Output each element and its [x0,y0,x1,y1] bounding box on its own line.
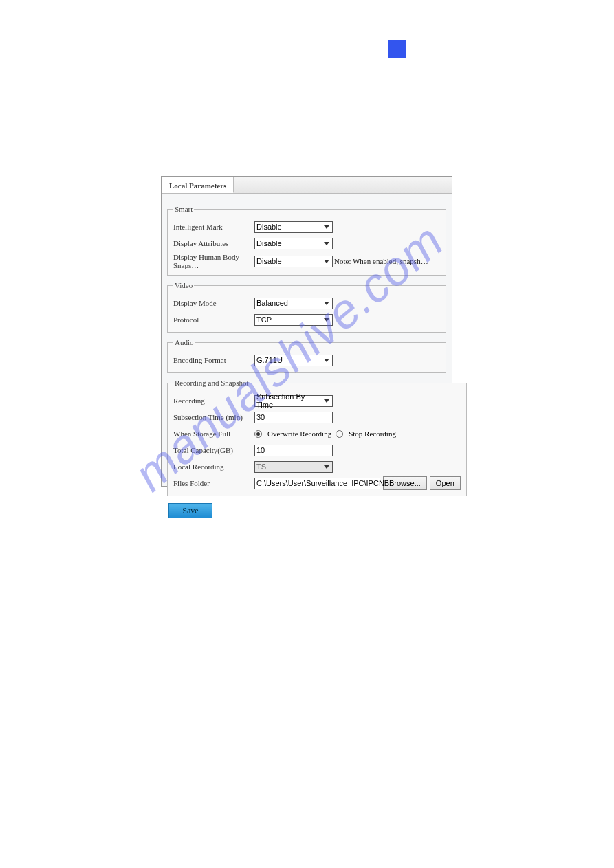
recording-label: Recording [173,397,254,405]
recording-legend: Recording and Snapshot [173,379,250,387]
display-human-note: Note: When enabled, snapsh… [334,257,428,265]
display-attributes-label: Display Attributes [173,239,254,247]
display-attributes-select[interactable]: Disable [254,238,333,249]
files-folder-label: Files Folder [173,479,254,487]
display-human-value: Disable [256,257,282,265]
panel-body: Smart Intelligent Mark Disable Display A… [162,194,452,525]
local-parameters-panel: Local Parameters Smart Intelligent Mark … [161,176,452,487]
total-capacity-input[interactable]: 10 [254,445,333,456]
storage-full-label: When Storage Full [173,430,254,438]
display-attributes-value: Disable [256,239,282,247]
tab-local-parameters[interactable]: Local Parameters [162,177,234,193]
intelligent-mark-label: Intelligent Mark [173,223,254,231]
files-folder-input[interactable]: C:\Users\User\Surveillance_IPC\IPCNB [254,478,380,489]
display-human-select[interactable]: Disable [254,256,333,267]
encoding-format-value: G.711U [256,356,283,364]
protocol-select[interactable]: TCP [254,314,333,326]
audio-legend: Audio [173,338,195,346]
recording-value: Subsection By Time [256,392,321,409]
browse-button[interactable]: Browse... [383,476,427,490]
smart-legend: Smart [173,205,194,213]
overwrite-recording-label: Overwrite Recording [267,430,331,438]
recording-fieldset: Recording and Snapshot Recording Subsect… [167,379,467,496]
intelligent-mark-select[interactable]: Disable [254,221,333,233]
display-mode-label: Display Mode [173,299,254,307]
encoding-format-label: Encoding Format [173,356,254,364]
encoding-format-select[interactable]: G.711U [254,355,333,366]
page-marker-square [388,40,406,58]
subsection-time-value: 30 [256,413,265,421]
overwrite-recording-radio[interactable] [254,430,262,438]
total-capacity-value: 10 [256,446,265,454]
local-recording-label: Local Recording [173,463,254,471]
total-capacity-label: Total Capacity(GB) [173,446,254,454]
storage-full-radio-group: Overwrite Recording Stop Recording [254,430,396,438]
protocol-value: TCP [256,315,272,324]
tab-bar: Local Parameters [162,177,452,194]
open-button[interactable]: Open [430,476,461,490]
save-button[interactable]: Save [168,503,212,518]
stop-recording-label: Stop Recording [349,430,396,438]
subsection-time-label: Subsection Time (min) [173,413,254,421]
display-mode-select[interactable]: Balanced [254,298,333,309]
subsection-time-input[interactable]: 30 [254,412,333,423]
display-human-label: Display Human Body Snaps… [173,253,254,269]
intelligent-mark-value: Disable [256,223,282,231]
video-fieldset: Video Display Mode Balanced Protocol TCP [167,281,446,333]
smart-fieldset: Smart Intelligent Mark Disable Display A… [167,205,446,276]
protocol-label: Protocol [173,315,254,324]
stop-recording-radio[interactable] [336,430,343,438]
recording-select[interactable]: Subsection By Time [254,395,333,407]
local-recording-select: TS [254,461,333,473]
local-recording-value: TS [256,463,266,471]
display-mode-value: Balanced [256,299,288,307]
video-legend: Video [173,281,194,289]
files-folder-value: C:\Users\User\Surveillance_IPC\IPCNB [256,479,389,487]
audio-fieldset: Audio Encoding Format G.711U [167,338,446,373]
